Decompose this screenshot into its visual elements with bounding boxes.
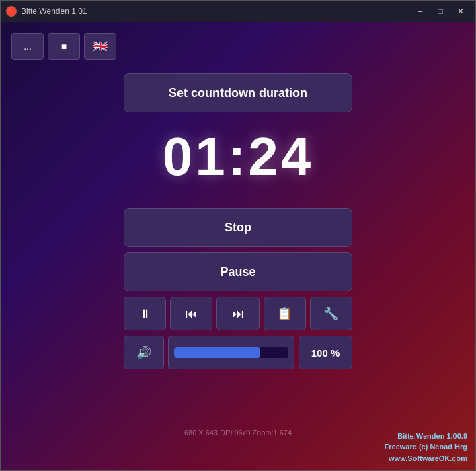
footer-line1: Bitte.Wenden 1.00.9 — [385, 431, 467, 442]
speaker-icon: 🔊 — [136, 345, 151, 360]
window-title: Bitte.Wenden 1.01 — [21, 7, 87, 16]
volume-track — [174, 347, 288, 358]
stop-button[interactable]: Stop — [124, 208, 352, 247]
toolbar-btn-stop-square[interactable]: ■ — [48, 33, 80, 60]
titlebar: 🔴 Bitte.Wenden 1.01 – □ ✕ — [1, 1, 475, 22]
volume-slider-container[interactable] — [168, 336, 294, 369]
footer-line3[interactable]: www.SoftwareOK.com — [385, 453, 467, 464]
prev-button[interactable]: ⏮ — [170, 297, 212, 330]
toolbar-btn-menu[interactable]: ... — [11, 33, 44, 60]
prev-icon: ⏮ — [186, 307, 198, 321]
next-button[interactable]: ⏭ — [216, 297, 259, 330]
volume-row: 🔊 100 % — [124, 336, 352, 369]
list-icon: 📋 — [277, 306, 292, 321]
footer: Bitte.Wenden 1.00.9 Freeware (c) Nenad H… — [385, 431, 467, 464]
footer-line2: Freeware (c) Nenad Hrg — [385, 441, 467, 453]
media-controls-row: ⏸ ⏮ ⏭ 📋 🔧 — [124, 297, 352, 330]
tools-icon: 🔧 — [323, 306, 338, 321]
status-text: 680 X 643 DPI:96x0 Zoom:1 674 — [184, 429, 292, 437]
titlebar-left: 🔴 Bitte.Wenden 1.01 — [6, 6, 87, 17]
volume-button[interactable]: 🔊 — [124, 336, 164, 369]
toolbar: ... ■ 🇬🇧 — [11, 33, 116, 60]
volume-fill — [174, 347, 260, 358]
set-countdown-button[interactable]: Set countdown duration — [124, 73, 352, 112]
playlist-button[interactable]: 📋 — [264, 297, 306, 330]
timer-display: 01:24 — [163, 126, 314, 188]
volume-percent: 100 % — [299, 336, 352, 369]
titlebar-controls: – □ ✕ — [411, 4, 470, 19]
minimize-button[interactable]: – — [411, 4, 430, 19]
app-window: 🔴 Bitte.Wenden 1.01 – □ ✕ ... ■ 🇬🇧 Set c… — [0, 0, 476, 471]
close-button[interactable]: ✕ — [451, 4, 470, 19]
pause-icon: ⏸ — [139, 307, 151, 321]
toolbar-btn-language[interactable]: 🇬🇧 — [84, 33, 116, 60]
main-content: ... ■ 🇬🇧 Set countdown duration 01:24 St… — [1, 22, 475, 470]
app-icon: 🔴 — [6, 6, 17, 17]
next-icon: ⏭ — [232, 307, 244, 321]
pause-button[interactable]: Pause — [124, 252, 352, 291]
flag-uk-icon: 🇬🇧 — [93, 39, 108, 54]
pause-media-button[interactable]: ⏸ — [124, 297, 166, 330]
tools-button[interactable]: 🔧 — [310, 297, 352, 330]
maximize-button[interactable]: □ — [431, 4, 450, 19]
